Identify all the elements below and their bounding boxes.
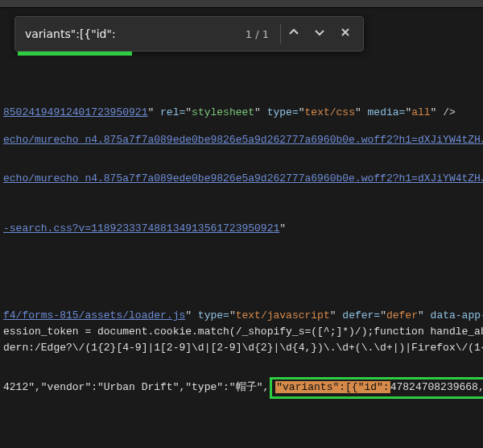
chevron-up-icon xyxy=(288,27,299,41)
close-icon xyxy=(340,27,351,41)
url-fragment-link[interactable]: echo/murecho_n4.875a7f7a089ede0be9826e5a… xyxy=(3,134,483,146)
find-match-text: "variants":[{"id": xyxy=(275,381,390,393)
find-close-button[interactable] xyxy=(332,21,358,47)
find-in-page-bar: 1 / 1 xyxy=(14,16,364,52)
source-line: ession_token = document.cookie.match(/_s… xyxy=(0,324,483,340)
find-input[interactable] xyxy=(25,17,234,51)
chevron-down-icon xyxy=(314,27,325,41)
find-input-active-underline xyxy=(18,52,132,56)
find-match-count: 1 / 1 xyxy=(234,28,280,40)
window-titlebar-strip xyxy=(0,0,483,8)
source-line: f4/forms-815/assets/loader.js" type="tex… xyxy=(0,308,483,324)
source-line: echo/murecho_n4.875a7f7a089ede0be9826e5a… xyxy=(0,132,483,148)
url-fragment-link[interactable]: 85024194912401723950921 xyxy=(3,106,147,118)
source-line: 4212","vendor":"Urban Drift","type":"帽子"… xyxy=(0,379,483,395)
source-line: 85024194912401723950921" rel="stylesheet… xyxy=(0,105,483,121)
page-source-view[interactable]: 85024194912401723950921" rel="stylesheet… xyxy=(0,73,483,395)
url-fragment-link[interactable]: echo/murecho_n4.875a7f7a089ede0be9826e5a… xyxy=(3,172,483,185)
source-line: dern:/Edge?\/(1{2}[4-9]|1[2-9]\d|[2-9]\d… xyxy=(0,340,483,356)
find-next-button[interactable] xyxy=(307,21,332,47)
url-fragment-link[interactable]: f4/forms-815/assets/loader.js xyxy=(3,309,185,321)
find-prev-button[interactable] xyxy=(281,21,307,47)
find-match-highlight: "variants":[{"id":47824708239668,"pr xyxy=(270,377,483,399)
source-line: echo/murecho_n4.875a7f7a089ede0be9826e5a… xyxy=(0,171,483,187)
url-fragment-link[interactable]: -search.css?v=11892333748813491356172395… xyxy=(3,222,279,234)
source-line: -search.css?v=11892333748813491356172395… xyxy=(0,221,483,237)
